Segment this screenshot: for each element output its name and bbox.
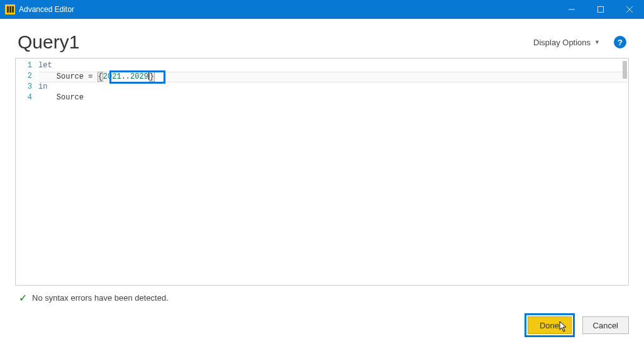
chevron-down-icon: ▼ (594, 39, 600, 45)
check-icon: ✓ (19, 292, 27, 304)
header: Query1 Display Options ▼ ? (0, 19, 644, 58)
line-number: 3 (16, 82, 38, 93)
titlebar: Advanced Editor (0, 0, 644, 19)
window-controls (557, 0, 644, 19)
app-icon (5, 4, 15, 14)
display-options-label: Display Options (533, 38, 591, 47)
display-options-dropdown[interactable]: Display Options ▼ (528, 35, 605, 50)
status-message: No syntax errors have been detected. (32, 293, 169, 303)
annotation-highlight-done: Done (525, 313, 575, 337)
line-number-gutter: 1 2 3 4 (16, 58, 38, 285)
line-number: 2 (16, 72, 38, 82)
close-button[interactable] (615, 0, 644, 19)
line-number: 1 (16, 61, 38, 72)
line-number: 4 (16, 93, 38, 104)
minimize-button[interactable] (557, 0, 586, 19)
svg-rect-1 (598, 7, 604, 13)
done-button[interactable]: Done (528, 316, 572, 334)
maximize-button[interactable] (586, 0, 615, 19)
cursor-icon (559, 321, 568, 334)
window-title: Advanced Editor (19, 5, 74, 14)
done-button-label: Done (540, 321, 559, 330)
help-button[interactable]: ? (614, 36, 626, 48)
cancel-button[interactable]: Cancel (582, 316, 629, 334)
cancel-button-label: Cancel (593, 321, 618, 330)
status-bar: ✓ No syntax errors have been detected. (0, 286, 644, 304)
code-line: Source = {2021..2029} (38, 72, 628, 82)
help-icon: ? (618, 38, 623, 47)
footer-buttons: Done Cancel (525, 313, 629, 337)
code-area[interactable]: let Source = {2021..2029} in Source (38, 58, 628, 285)
code-editor[interactable]: 1 2 3 4 let Source = {2021..2029} in Sou… (15, 58, 629, 286)
query-name[interactable]: Query1 (18, 31, 79, 53)
code-line: Source (38, 93, 628, 104)
code-line: let (38, 61, 628, 72)
code-line: in (38, 82, 628, 93)
